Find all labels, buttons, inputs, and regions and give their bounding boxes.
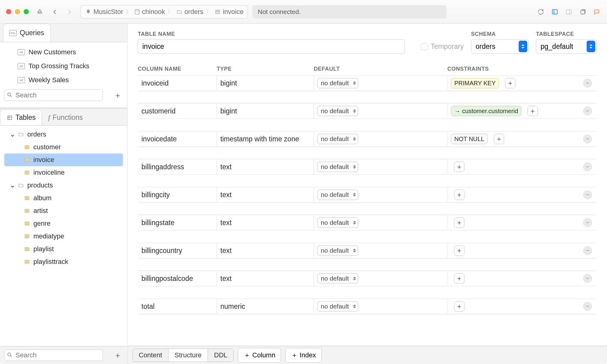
column-name-cell[interactable]: invoicedate — [138, 131, 217, 147]
add-constraint-button[interactable]: ＋ — [454, 190, 464, 200]
breadcrumb-database[interactable]: chinook — [134, 8, 165, 16]
reload-button[interactable] — [537, 8, 545, 16]
stepper-arrows-icon — [353, 165, 356, 169]
tablespace-label: TABLESPACE — [536, 31, 597, 37]
column-type-cell[interactable]: text — [217, 187, 314, 202]
column-name-cell[interactable]: billingstate — [138, 215, 217, 230]
queries-search-input[interactable] — [4, 89, 103, 101]
add-constraint-button[interactable]: ＋ — [454, 162, 464, 172]
close-window-button[interactable] — [6, 9, 11, 14]
temporary-checkbox[interactable]: Temporary — [421, 42, 464, 51]
schema-select[interactable]: orders — [471, 39, 529, 54]
chat-icon[interactable] — [592, 8, 601, 16]
add-constraint-button[interactable]: ＋ — [527, 106, 538, 116]
eject-icon[interactable] — [36, 8, 44, 16]
remove-column-button[interactable]: − — [583, 302, 592, 311]
default-select[interactable]: no default — [317, 106, 358, 116]
breadcrumb-server[interactable]: MusicStor — [85, 8, 123, 16]
table-item[interactable]: playlist — [0, 243, 127, 255]
remove-column-button[interactable]: − — [583, 162, 592, 171]
breadcrumb-table[interactable]: invoice — [214, 8, 243, 16]
left-panel-toggle[interactable] — [551, 8, 559, 16]
column-type-cell[interactable]: text — [217, 271, 314, 286]
segment-content[interactable]: Content — [133, 349, 168, 362]
right-panel-toggle[interactable] — [565, 8, 573, 16]
remove-column-button[interactable]: − — [583, 106, 592, 116]
add-constraint-button[interactable]: ＋ — [505, 78, 515, 88]
schema-item[interactable]: ⌄orders — [0, 128, 127, 141]
column-name-cell[interactable]: billingcity — [138, 187, 217, 202]
constraint-badge[interactable]: → customer.customerid — [451, 106, 521, 116]
column-row: billingcitytextno default＋− — [138, 187, 597, 203]
column-name-cell[interactable]: billingcountry — [138, 243, 217, 258]
add-table-button[interactable]: ＋ — [113, 350, 123, 360]
table-name-input[interactable] — [138, 39, 405, 54]
functions-tab[interactable]: fFunctions — [42, 110, 89, 125]
column-type-cell[interactable]: text — [217, 243, 314, 258]
remove-column-button[interactable]: − — [583, 246, 592, 255]
column-type-cell[interactable]: bigint — [217, 103, 314, 119]
column-name-cell[interactable]: total — [138, 299, 217, 314]
queries-tab[interactable]: SQLQueries — [3, 24, 51, 42]
remove-column-button[interactable]: − — [583, 134, 592, 143]
svg-rect-6 — [8, 116, 12, 120]
minimize-window-button[interactable] — [15, 9, 20, 14]
column-type-cell[interactable]: text — [217, 215, 314, 230]
column-name-cell[interactable]: invoiceid — [138, 76, 217, 91]
table-item[interactable]: customer — [0, 141, 127, 153]
default-select[interactable]: no default — [317, 273, 358, 284]
schema-item[interactable]: ⌄products — [0, 179, 127, 192]
zoom-window-button[interactable] — [24, 9, 29, 14]
table-name-label: TABLE NAME — [138, 31, 414, 37]
tables-tab[interactable]: Tables — [0, 110, 42, 125]
segment-ddl[interactable]: DDL — [208, 349, 233, 362]
add-constraint-button[interactable]: ＋ — [494, 134, 504, 144]
svg-rect-1 — [215, 10, 220, 14]
table-item[interactable]: album — [0, 192, 127, 204]
table-item[interactable]: invoice — [4, 153, 123, 166]
constraint-badge[interactable]: NOT NULL — [451, 134, 488, 144]
column-name-cell[interactable]: customerid — [138, 103, 217, 119]
tablespace-select[interactable]: pg_default — [536, 39, 597, 54]
table-item[interactable]: mediatype — [0, 230, 127, 243]
remove-column-button[interactable]: − — [583, 190, 592, 199]
add-index-button[interactable]: ＋ Index — [285, 348, 322, 362]
constraint-badge[interactable]: PRIMARY KEY — [451, 78, 499, 88]
remove-column-button[interactable]: − — [583, 79, 592, 88]
table-item[interactable]: playlisttrack — [0, 255, 127, 268]
column-type-cell[interactable]: bigint — [217, 76, 314, 91]
column-type-cell[interactable]: timestamp with time zone — [217, 131, 314, 147]
segment-structure[interactable]: Structure — [168, 349, 208, 362]
remove-column-button[interactable]: − — [583, 274, 592, 283]
table-item[interactable]: genre — [0, 217, 127, 230]
column-name-cell[interactable]: billingaddress — [138, 159, 217, 174]
table-item[interactable]: artist — [0, 204, 127, 217]
column-name-cell[interactable]: billingpostalcode — [138, 271, 217, 286]
sql-icon: SQL — [9, 30, 17, 36]
add-constraint-button[interactable]: ＋ — [454, 273, 464, 284]
default-select[interactable]: no default — [317, 190, 358, 200]
default-select[interactable]: no default — [317, 245, 358, 256]
default-select[interactable]: no default — [317, 134, 358, 144]
remove-column-button[interactable]: − — [583, 218, 592, 227]
default-select[interactable]: no default — [317, 301, 358, 312]
table-item[interactable]: invoiceline — [0, 166, 127, 179]
default-select[interactable]: no default — [317, 78, 358, 88]
nav-back-button[interactable] — [51, 8, 59, 16]
add-column-button[interactable]: ＋ Column — [238, 348, 281, 362]
add-query-button[interactable]: ＋ — [113, 90, 123, 100]
add-constraint-button[interactable]: ＋ — [454, 217, 464, 228]
column-type-cell[interactable]: numeric — [217, 299, 314, 314]
add-constraint-button[interactable]: ＋ — [454, 245, 464, 256]
default-select[interactable]: no default — [317, 217, 358, 228]
tables-search-input[interactable] — [4, 349, 103, 361]
query-item[interactable]: sqlWeekly Sales — [0, 73, 127, 87]
add-constraint-button[interactable]: ＋ — [454, 301, 464, 312]
nav-forward-button[interactable] — [65, 8, 74, 16]
column-type-cell[interactable]: text — [217, 159, 314, 174]
windows-icon[interactable] — [578, 8, 587, 16]
breadcrumb-schema[interactable]: orders — [176, 8, 203, 16]
query-item[interactable]: sqlTop Grossing Tracks — [0, 59, 127, 73]
default-select[interactable]: no default — [317, 162, 358, 172]
query-item[interactable]: sqlNew Customers — [0, 45, 127, 59]
